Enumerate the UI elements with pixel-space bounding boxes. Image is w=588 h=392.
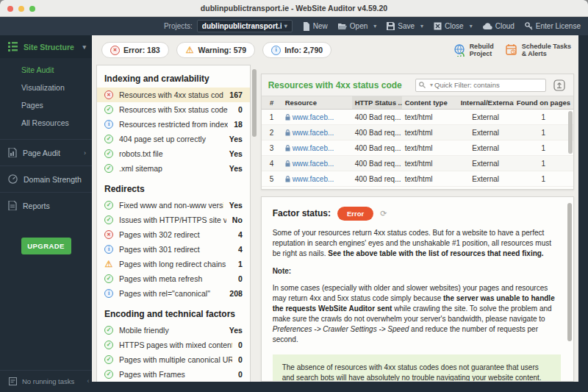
audit-item[interactable]: Pages with long redirect chains 1 [97,257,250,271]
close-window-button[interactable] [7,6,13,12]
status-icon [104,105,113,114]
audit-item[interactable]: Pages with multiple canonical URLs 0 [97,352,250,367]
audit-item[interactable]: Issues with HTTP/HTTPS site versions No [97,213,250,227]
resource-link[interactable]: www.faceb... [293,113,334,121]
lock-icon [285,176,290,182]
resource-link[interactable]: www.faceb... [293,175,334,183]
reports-icon [8,201,17,210]
sidebar: Site Structure ▾ Site AuditVisualization… [0,35,92,392]
audit-item[interactable]: Resources restricted from indexing 18 [97,117,250,132]
factor-note-text: In some cases (especially with older and… [273,283,561,345]
sidebar-item-domain-strength[interactable]: Domain Strength [0,168,92,190]
error-count-pill[interactable]: Error: 183 [101,42,169,58]
status-icon [104,370,113,379]
sidebar-item-page-audit[interactable]: Page Audit › [0,141,92,164]
cloud-button[interactable]: Cloud [483,22,514,30]
minimize-window-button[interactable] [18,6,24,12]
resource-link[interactable]: www.faceb... [293,129,334,137]
close-project-button[interactable]: Close ▾ [434,22,473,30]
project-select-value: dublinpublictransport.ie [202,22,282,30]
audit-item[interactable]: HTTPS pages with mixed content issues 0 [97,338,250,352]
project-select[interactable]: dublinpublictransport.ie ▾ [197,20,293,32]
app-window: dublinpublictransport.ie - WebSite Audit… [0,0,588,392]
close-box-icon [434,22,442,30]
refresh-icon[interactable]: ⟳ [380,208,387,219]
results-title: Resources with 4xx status code [268,80,409,90]
column-header-status[interactable]: HTTP Status ...▴ [352,96,402,109]
audit-panel-scrollbar[interactable] [251,65,259,382]
audit-item[interactable]: Resources with 5xx status code 0 [97,102,250,117]
open-project-button[interactable]: Open ▾ [338,22,376,30]
error-status-badge: Error [337,207,373,221]
sidebar-subitem[interactable]: Visualization [0,79,92,96]
audit-item[interactable]: 404 page set up correctly Yes [97,132,250,146]
sidebar-subitem[interactable]: Site Audit [0,61,92,79]
audit-item[interactable]: Fixed www and non-www versions Yes [97,198,250,213]
zoom-window-button[interactable] [29,6,35,12]
sidebar-item-reports[interactable]: Reports [0,194,92,217]
section-title: Indexing and crawlability [97,65,250,88]
upgrade-button[interactable]: UPGRADE [21,238,71,254]
table-row[interactable]: 1 www.faceb... 400 Bad req... text/html … [262,110,573,125]
audit-item[interactable]: Pages with meta refresh 0 [97,271,250,286]
table-body: 1 www.faceb... 400 Bad req... text/html … [262,110,573,189]
table-row[interactable]: 3 www.faceb... 400 Bad req... text/html … [262,140,573,156]
audit-item[interactable]: Pages with rel="canonical" 208 [97,286,250,301]
site-structure-submenu: Site AuditVisualizationPagesAll Resource… [0,58,92,138]
sidebar-subitem[interactable]: Pages [0,96,92,114]
warning-count-pill[interactable]: Warning: 579 [176,42,256,58]
status-icon [104,341,113,349]
new-project-button[interactable]: New [303,22,328,31]
status-icon [104,289,113,298]
table-scrollbar[interactable] [568,111,573,154]
audit-item[interactable]: Mobile friendly Yes [97,323,250,338]
rebuild-project-button[interactable]: RebuildProject [453,43,494,58]
window-title: dublinpublictransport.ie - WebSite Audit… [201,4,387,13]
status-icon [104,326,113,335]
column-header-internal-external[interactable]: Internal/External [458,99,514,107]
lock-icon [285,114,290,121]
sidebar-item-site-structure[interactable]: Site Structure ▾ [0,35,92,58]
titlebar: dublinpublictransport.ie - WebSite Audit… [0,0,588,17]
chevron-right-icon: › [84,149,86,157]
sidebar-collapse-button[interactable]: ‹ [85,374,92,388]
enter-license-button[interactable]: Enter License [525,22,581,30]
schedule-tasks-button[interactable]: Schedule Tasks& Alerts [506,43,571,58]
column-header-content-type[interactable]: Content type [402,99,458,107]
column-header-resource[interactable]: Resource [282,99,352,107]
status-icon [104,149,113,158]
error-icon [110,46,120,55]
status-icon [104,90,113,99]
resource-link[interactable]: www.faceb... [293,160,334,168]
info-count-pill[interactable]: Info: 2,790 [262,42,331,58]
audit-item[interactable]: Resources with 4xx status code 167 [97,88,250,102]
status-icon [104,135,113,143]
table-row[interactable]: 2 www.faceb... 400 Bad req... text/html … [262,125,573,140]
table-rows: 1 www.faceb... 400 Bad req... text/html … [262,110,573,187]
audit-section-indexing: Resources with 4xx status code 167 Resou… [97,88,250,176]
chevron-down-icon: ▾ [373,23,376,29]
audit-item[interactable]: Pages with 301 redirect 4 [97,242,250,257]
quick-filter-input[interactable] [434,81,542,89]
table-row[interactable]: 5 www.faceb... 400 Bad req... text/html … [262,171,573,187]
audit-item[interactable]: robots.txt file Yes [97,146,250,161]
quick-filter[interactable]: ▾ [415,79,546,92]
resource-link[interactable]: www.faceb... [293,144,334,152]
new-file-icon [303,22,310,31]
audit-section-redirects: Fixed www and non-www versions Yes Issue… [97,198,250,301]
save-project-button[interactable]: Save ▾ [387,22,423,30]
audit-item[interactable]: Pages with Frames 0 [97,367,250,382]
column-header-found-on-pages[interactable]: Found on pages [514,99,573,107]
export-button[interactable] [552,78,567,93]
audit-item[interactable]: .xml sitemap Yes [97,161,250,176]
save-icon [387,22,395,30]
status-icon [104,274,113,283]
factor-status-card: ⋮ Factor status: Error ⟳ Some of your re… [261,196,574,382]
column-header-num[interactable]: # [262,99,282,107]
table-row[interactable]: 4 www.faceb... 400 Bad req... text/html … [262,156,573,171]
section-title: Encoding and technical factors [97,301,250,323]
sidebar-subitem[interactable]: All Resources [0,114,92,132]
audit-item[interactable]: Pages with 302 redirect 4 [97,227,250,242]
factor-scrollbar[interactable] [567,203,572,341]
search-icon [419,82,426,88]
